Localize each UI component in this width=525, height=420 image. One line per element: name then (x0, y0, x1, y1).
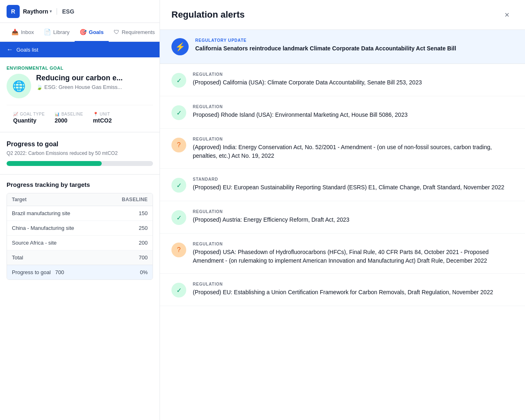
alert-text-4: (Proposed) EU: European Sustainability R… (193, 183, 514, 192)
tab-inbox-label: Inbox (21, 29, 34, 35)
alert-content-7: REGULATION (Proposed) EU: Establishing a… (193, 282, 514, 297)
table-header: Target BASELINE (7, 193, 153, 206)
alerts-list: ⚡ REGULATORY UPDATE California Senators … (160, 30, 525, 420)
regulation-alerts-modal: Regulation alerts × ⚡ REGULATORY UPDATE … (160, 0, 525, 420)
tab-library-label: Library (53, 29, 70, 35)
alert-content-1: REGULATION (Proposed) California (USA): … (193, 72, 514, 87)
leaf-icon: 🍃 (36, 84, 43, 90)
goal-card: ENVIRONMENTAL GOAL 🌐 Reducing our carbon… (0, 57, 160, 132)
check-icon: ✓ (171, 105, 186, 120)
alert-type-5: REGULATION (193, 209, 514, 214)
table-row: Brazil manufacturing site 150 (7, 206, 153, 221)
back-arrow-icon: ← (7, 46, 13, 53)
check-icon: ✓ (171, 210, 186, 225)
alert-type-6: REGULATION (193, 242, 514, 246)
tab-goals[interactable]: 🎯 Goals (75, 23, 109, 42)
top-nav: R Raythorn ▾ ESG (0, 0, 160, 23)
alert-content-featured: REGULATORY UPDATE California Senators re… (195, 38, 514, 53)
alert-content-4: STANDARD (Proposed) EU: European Sustain… (193, 177, 514, 192)
table-row: China - Manufacturing site 250 (7, 221, 153, 236)
alert-text-5: (Proposed) Austria: Energy Efficiency Re… (193, 216, 514, 224)
left-panel: R Raythorn ▾ ESG 📥 Inbox 📄 Library 🎯 Goa… (0, 0, 160, 420)
inbox-icon: 📥 (11, 29, 18, 35)
total-baseline: 700 (131, 254, 148, 261)
check-icon: ✓ (171, 178, 186, 193)
alert-type-2: REGULATION (193, 104, 514, 109)
close-button[interactable]: × (500, 8, 514, 21)
alert-type-featured: REGULATORY UPDATE (195, 38, 514, 43)
row-target-3: Source Africa - site (12, 240, 131, 246)
goals-back-bar[interactable]: ← Goals list (0, 42, 160, 57)
check-icon: ✓ (171, 73, 186, 88)
alert-item-2: ✓ REGULATION Proposed) Rhode Island (USA… (160, 96, 525, 129)
goal-title: Reducing our carbon e... (36, 74, 123, 82)
bolt-icon: ⚡ (171, 38, 189, 55)
tracking-section: Progress tracking by targets Target BASE… (0, 175, 160, 286)
alert-item-4: ✓ STANDARD (Proposed) EU: European Susta… (160, 169, 525, 201)
alert-type-1: REGULATION (193, 72, 514, 77)
tab-inbox[interactable]: 📥 Inbox (7, 23, 39, 42)
goal-icon: 🌐 (7, 74, 31, 98)
alert-content-5: REGULATION (Proposed) Austria: Energy Ef… (193, 209, 514, 224)
progress-bar-fill (7, 161, 102, 166)
alert-item-3: ? REGULATION (Approved) India: Energy Co… (160, 129, 525, 169)
row-baseline-3: 200 (131, 240, 148, 246)
meta-baseline: 📊 BASELINE 2000 (55, 112, 83, 124)
question-icon: ? (171, 243, 186, 257)
library-icon: 📄 (44, 29, 51, 35)
goal-type-value: Quantity (13, 117, 45, 124)
section-label: ESG (57, 8, 74, 15)
alert-text-featured: California Senators reintroduce landmark… (195, 44, 514, 53)
row-baseline-2: 250 (131, 225, 148, 231)
row-target-2: China - Manufacturing site (12, 225, 131, 231)
unit-icon: 📍 (93, 112, 98, 116)
row-target-1: Brazil manufacturing site (12, 210, 131, 216)
total-label: Total (12, 254, 131, 261)
table-total-row: Total 700 (7, 250, 153, 265)
tracking-title: Progress tracking by targets (7, 181, 153, 188)
progress-sub: Q2 2022: Carbon Emissions reduced by 50 … (7, 150, 153, 156)
requirements-icon: 🛡 (114, 29, 119, 35)
alert-text-6: (Proposed) USA: Phasedown of Hydrofluoro… (193, 248, 514, 265)
question-icon: ? (171, 138, 186, 152)
alert-item-7: ✓ REGULATION (Proposed) EU: Establishing… (160, 274, 525, 306)
alert-content-6: REGULATION (Proposed) USA: Phasedown of … (193, 242, 514, 265)
app-logo: R (7, 5, 20, 18)
progress-goal-label: Progress to goal 700 (12, 269, 127, 275)
tab-requirements[interactable]: 🛡 Requirements (109, 23, 160, 42)
check-icon: ✓ (171, 283, 186, 297)
alert-text-1: (Proposed) California (USA): Climate Cor… (193, 78, 514, 87)
env-label: ENVIRONMENTAL GOAL (7, 66, 153, 70)
row-baseline-1: 150 (131, 210, 148, 216)
goals-icon: 🎯 (80, 29, 87, 35)
modal-header: Regulation alerts × (160, 0, 525, 30)
col-baseline: BASELINE (122, 197, 148, 202)
tab-library[interactable]: 📄 Library (39, 23, 75, 42)
chart-icon: 📈 (13, 112, 18, 116)
progress-title: Progress to goal (7, 141, 153, 148)
progress-section: Progress to goal Q2 2022: Carbon Emissio… (0, 132, 160, 175)
col-target: Target (12, 197, 122, 202)
org-name-text: Raythorn (23, 8, 48, 15)
progress-bar-background (7, 161, 153, 166)
table-row: Source Africa - site 200 (7, 236, 153, 250)
modal-title: Regulation alerts (171, 9, 244, 20)
progress-percent: 0% (127, 269, 148, 275)
tracking-table: Target BASELINE Brazil manufacturing sit… (7, 193, 153, 280)
goal-subtitle: 🍃 ESG: Green House Gas Emiss... (36, 84, 123, 90)
alert-text-7: (Proposed) EU: Establishing a Union Cert… (193, 288, 514, 297)
alert-text-3: (Approved) India: Energy Conservation Ac… (193, 143, 514, 160)
tab-navigation: 📥 Inbox 📄 Library 🎯 Goals 🛡 Requirements (0, 23, 160, 42)
org-name[interactable]: Raythorn ▾ (23, 8, 52, 15)
alert-type-3: REGULATION (193, 137, 514, 141)
alert-type-7: REGULATION (193, 282, 514, 286)
alert-type-4: STANDARD (193, 177, 514, 182)
meta-unit: 📍 UNIT mtCO2 (93, 112, 112, 124)
baseline-value: 2000 (55, 117, 83, 124)
alert-text-2: Proposed) Rhode Island (USA): Environmen… (193, 111, 514, 119)
baseline-icon: 📊 (55, 112, 60, 116)
alert-content-2: REGULATION Proposed) Rhode Island (USA):… (193, 104, 514, 119)
tab-requirements-label: Requirements (122, 29, 155, 35)
meta-goal-type: 📈 GOAL TYPE Quantity (13, 112, 45, 124)
tab-goals-label: Goals (89, 29, 104, 35)
